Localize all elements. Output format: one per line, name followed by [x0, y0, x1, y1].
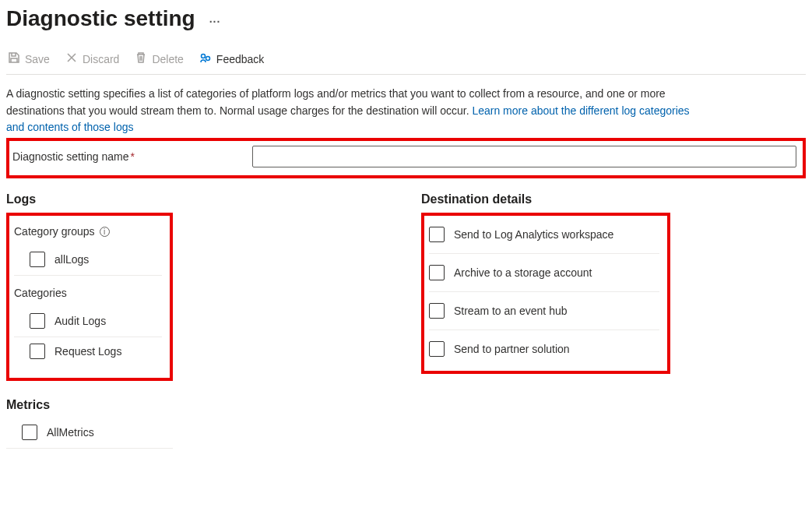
save-label: Save	[25, 53, 50, 65]
request-logs-label: Request Logs	[54, 345, 121, 358]
description-text: A diagnostic setting specifies a list of…	[6, 86, 707, 136]
name-field-label: Diagnostic setting name*	[12, 150, 246, 163]
discard-icon	[65, 51, 78, 66]
dest-partner-checkbox[interactable]	[429, 341, 445, 357]
dest-partner-label: Send to partner solution	[454, 343, 570, 355]
destination-heading: Destination details	[421, 192, 806, 206]
dest-log-analytics-checkbox[interactable]	[429, 227, 445, 242]
alllogs-checkbox[interactable]	[30, 252, 45, 267]
info-icon[interactable]: i	[100, 227, 110, 237]
delete-label: Delete	[152, 53, 183, 65]
metrics-heading: Metrics	[6, 398, 173, 412]
logs-heading: Logs	[6, 192, 390, 206]
feedback-button[interactable]: Feedback	[199, 51, 264, 66]
page-title: Diagnostic setting	[6, 6, 195, 31]
dest-storage-label: Archive to a storage account	[454, 266, 592, 279]
more-menu-icon[interactable]: ···	[209, 16, 221, 28]
required-icon: *	[130, 150, 134, 163]
delete-icon	[135, 51, 147, 66]
discard-label: Discard	[83, 53, 119, 65]
save-icon	[8, 51, 20, 66]
request-logs-checkbox[interactable]	[30, 344, 45, 359]
name-field-highlight: Diagnostic setting name*	[6, 138, 806, 178]
svg-point-1	[206, 57, 209, 61]
audit-logs-checkbox[interactable]	[30, 313, 45, 329]
dest-storage-checkbox[interactable]	[429, 265, 445, 280]
allmetrics-label: AllMetrics	[47, 426, 94, 439]
destination-highlight: Send to Log Analytics workspace Archive …	[421, 213, 670, 374]
svg-point-0	[201, 55, 205, 58]
feedback-icon	[199, 51, 212, 66]
discard-button[interactable]: Discard	[65, 51, 119, 66]
dest-eventhub-label: Stream to an event hub	[454, 305, 568, 317]
audit-logs-label: Audit Logs	[54, 315, 106, 327]
dest-eventhub-checkbox[interactable]	[429, 303, 445, 319]
categories-label: Categories	[14, 287, 162, 299]
delete-button[interactable]: Delete	[135, 51, 183, 66]
save-button[interactable]: Save	[8, 51, 50, 66]
logs-highlight: Category groups i allLogs Categories Aud…	[6, 213, 173, 381]
dest-log-analytics-label: Send to Log Analytics workspace	[454, 228, 613, 241]
allmetrics-checkbox[interactable]	[22, 425, 37, 440]
feedback-label: Feedback	[216, 53, 264, 65]
alllogs-label: allLogs	[54, 253, 89, 266]
command-bar: Save Discard Delete Feedback	[6, 51, 806, 75]
diagnostic-name-input[interactable]	[252, 146, 796, 167]
category-groups-label: Category groups i	[14, 225, 162, 238]
